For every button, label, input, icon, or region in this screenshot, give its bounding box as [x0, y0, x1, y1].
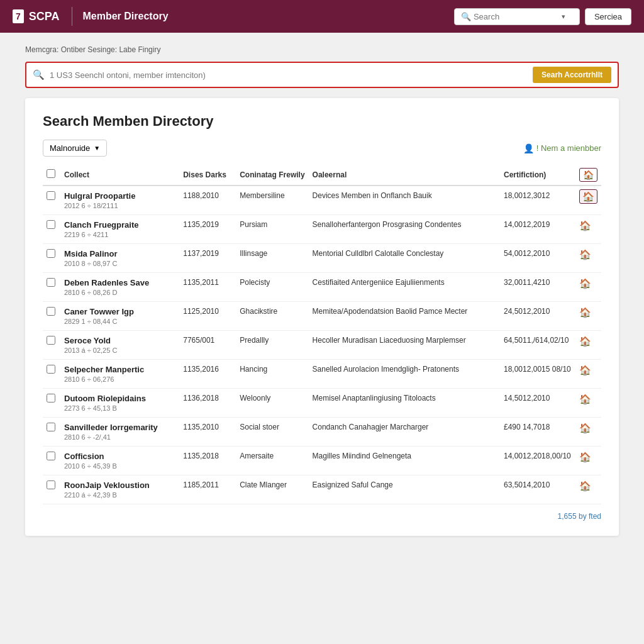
header-search-box[interactable]: 🔍 ▾ — [454, 8, 580, 25]
row-name-cell: Deben Radenles Save2810 6 ÷ 08,26 D — [60, 273, 179, 302]
logo-icon: 7 — [13, 9, 24, 23]
header-search-button[interactable]: Serciea — [585, 8, 631, 25]
row-home-icon[interactable]: 🏠 — [579, 220, 591, 231]
card-title: Search Memben Directory — [43, 113, 601, 130]
row-home-icon[interactable]: 🏠 — [579, 394, 591, 404]
row-frequency-cell: Predallly — [236, 331, 308, 360]
row-cert-cell: £490 14,7018 — [500, 418, 575, 447]
not-member-label: ! Nem a mienbber — [536, 143, 601, 153]
not-a-member-link[interactable]: 👤 ! Nem a mienbber — [523, 143, 601, 153]
row-type-cell: Magilles Miindind Gelnengeta — [309, 447, 500, 475]
row-action-cell: 🏠 — [575, 215, 601, 244]
row-action-cell: 🏠 — [575, 302, 601, 331]
member-sub: 2010 8 ÷ 08,97 C — [64, 260, 175, 267]
member-sub: 2273 6 ÷ 45,13 B — [64, 404, 175, 412]
header-collect: Collect — [60, 164, 179, 186]
table-header: Collect Dises Darks Coninatag Frewily Oa… — [43, 164, 601, 186]
row-home-icon[interactable]: 🏠 — [579, 365, 591, 375]
toolbar: Malnoruide ▼ 👤 ! Nem a mienbber — [43, 140, 601, 157]
main-search-input[interactable] — [50, 70, 533, 80]
member-name[interactable]: RoonJaip Vekloustion — [64, 480, 175, 490]
row-home-icon[interactable]: 🏠 — [579, 452, 591, 462]
row-date-cell: 1125,2010 — [179, 302, 236, 331]
row-action-cell: 🏠 — [575, 475, 601, 504]
row-date-cell: 7765/001 — [179, 331, 236, 360]
row-2-checkbox[interactable] — [47, 249, 55, 258]
select-all-checkbox[interactable] — [47, 169, 55, 178]
row-frequency-cell: Ghacikstire — [236, 302, 308, 331]
row-home-icon[interactable]: 🏠 — [579, 423, 591, 433]
row-home-icon[interactable]: 🏠 — [579, 307, 591, 318]
header-title: Member Directory — [82, 11, 168, 22]
row-3-checkbox[interactable] — [47, 278, 55, 287]
table-row: Seroce Yold2013 á ÷ 02,25 C7765/001Preda… — [43, 331, 601, 360]
row-home-icon[interactable]: 🏠 — [579, 278, 591, 289]
row-checkbox-cell — [43, 186, 60, 215]
member-name[interactable]: Clanch Fruegpraite — [64, 220, 175, 230]
main-card: Search Memben Directory Malnoruide ▼ 👤 !… — [25, 98, 619, 536]
row-1-checkbox[interactable] — [47, 220, 55, 229]
header-home-icon[interactable]: 🏠 — [579, 168, 597, 182]
row-0-checkbox[interactable] — [47, 191, 55, 200]
row-7-checkbox[interactable] — [47, 394, 55, 402]
filter-dropdown[interactable]: Malnoruide ▼ — [43, 140, 107, 157]
search-accortrhllt-button[interactable]: Searh Accortrhllt — [533, 67, 611, 83]
row-4-checkbox[interactable] — [47, 307, 55, 316]
header-action: 🏠 — [575, 164, 601, 186]
member-sub: 2013 á ÷ 02,25 C — [64, 347, 175, 354]
row-cert-cell: 63,5014,2010 — [500, 475, 575, 504]
table-body: Hulgral Proopartie2012 6 ÷ 18/21111188,2… — [43, 186, 601, 504]
row-home-icon[interactable]: 🏠 — [579, 480, 591, 491]
filter-label: Malnoruide — [50, 143, 90, 153]
pagination-label: 1,655 by fted — [558, 512, 601, 521]
row-date-cell: 1135,2011 — [179, 273, 236, 302]
member-sub: 2219 6 ÷ 4211 — [64, 231, 175, 238]
member-name[interactable]: Caner Towwer Igp — [64, 307, 175, 316]
table-row: Clanch Fruegpraite2219 6 ÷ 42111135,2019… — [43, 215, 601, 244]
member-sub: 2810 6 ÷ -2/,41 — [64, 433, 175, 441]
member-name[interactable]: Seroce Yold — [64, 336, 175, 345]
member-name[interactable]: Selpecher Manpertic — [64, 365, 175, 374]
row-checkbox-cell — [43, 273, 60, 302]
row-5-checkbox[interactable] — [47, 336, 55, 345]
row-type-cell: Hecoller Muradisan Liaceduosing Marplems… — [309, 331, 500, 360]
app-header: 7 SCPA Member Directory 🔍 ▾ Serciea — [0, 0, 644, 33]
member-sub: 2210 á ÷ 42,39 B — [64, 491, 175, 499]
directory-table: Collect Dises Darks Coninatag Frewily Oa… — [43, 164, 601, 504]
table-row: Msida Palinor2010 8 ÷ 08,97 C1137,2019Il… — [43, 244, 601, 273]
row-10-checkbox[interactable] — [47, 480, 55, 489]
row-9-checkbox[interactable] — [47, 452, 55, 460]
row-date-cell: 1135,2019 — [179, 215, 236, 244]
header-dropdown-arrow: ▾ — [562, 13, 565, 21]
header-type: Oaleernal — [309, 164, 500, 186]
header-date: Dises Darks — [179, 164, 236, 186]
member-name[interactable]: Dutoom Riolepidains — [64, 394, 175, 403]
member-sub: 2810 6 ÷ 06,276 — [64, 375, 175, 383]
header-search-input[interactable] — [474, 12, 562, 21]
member-sub: 2010 6 ÷ 45,39 B — [64, 462, 175, 470]
row-8-checkbox[interactable] — [47, 423, 55, 431]
row-type-cell: Mentorial Culldlbrl Calotalle Conclestay — [309, 244, 500, 273]
row-home-icon[interactable]: 🏠 — [579, 249, 591, 260]
member-name[interactable]: Cofficsion — [64, 452, 175, 461]
row-checkbox-cell — [43, 475, 60, 504]
row-action-cell: 🏠 — [575, 360, 601, 389]
member-name[interactable]: Hulgral Proopartie — [64, 191, 175, 201]
row-6-checkbox[interactable] — [47, 365, 55, 374]
logo-text: SCPA — [29, 10, 60, 23]
table-row: Dutoom Riolepidains2273 6 ÷ 45,13 B1136,… — [43, 389, 601, 418]
member-name[interactable]: Msida Palinor — [64, 249, 175, 258]
row-checkbox-cell — [43, 447, 60, 475]
breadcrumb: Memcgra: Ontiber Sesinge: Labe Fingiry — [25, 45, 619, 54]
member-name[interactable]: Deben Radenles Save — [64, 278, 175, 287]
page-body: Memcgra: Ontiber Sesinge: Labe Fingiry 🔍… — [0, 33, 644, 644]
row-action-cell: 🏠 — [575, 273, 601, 302]
row-cert-cell: 24,5012,2010 — [500, 302, 575, 331]
row-name-cell: Seroce Yold2013 á ÷ 02,25 C — [60, 331, 179, 360]
row-checkbox-cell — [43, 418, 60, 447]
member-name[interactable]: Sanvilleder Iorrgemarity — [64, 423, 175, 432]
row-home-icon[interactable]: 🏠 — [579, 189, 597, 204]
row-action-cell: 🏠 — [575, 389, 601, 418]
row-home-icon[interactable]: 🏠 — [579, 336, 591, 347]
main-search-bar[interactable]: 🔍 Searh Accortrhllt — [25, 62, 619, 88]
